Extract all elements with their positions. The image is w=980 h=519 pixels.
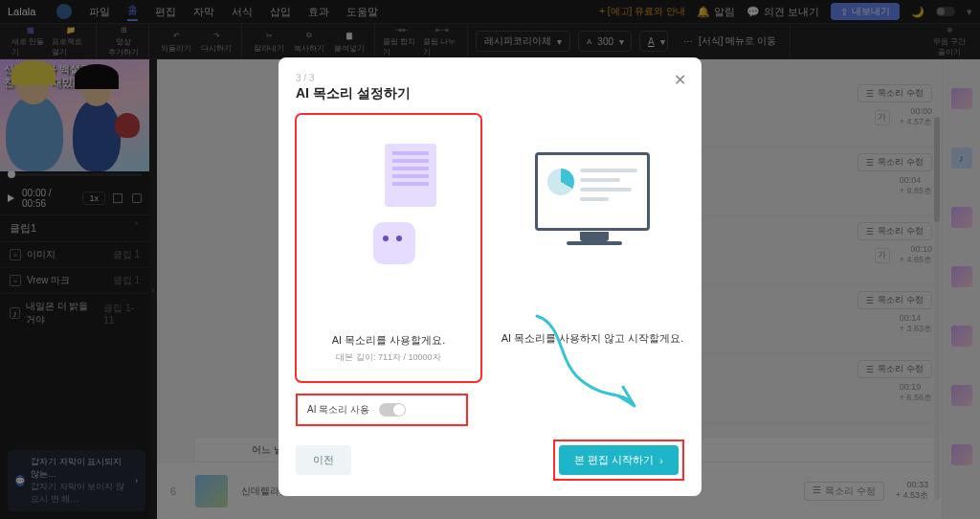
document-icon bbox=[385, 144, 436, 207]
ai-voice-toggle-box: AI 목소리 사용 bbox=[296, 394, 468, 426]
modal-overlay: 3 / 3 AI 목소리 설정하기 ✕ AI 목소리를 사용할게요. 대본 길이… bbox=[0, 0, 980, 519]
prev-button[interactable]: 이전 bbox=[296, 445, 351, 475]
start-editing-button[interactable]: 본 편집 시작하기› bbox=[559, 445, 679, 475]
card-subtitle: 대본 길이: 711자 / 10000자 bbox=[336, 351, 440, 364]
hand-drawn-arrow-icon bbox=[527, 306, 652, 421]
modal-footer: 이전 본 편집 시작하기› bbox=[296, 440, 684, 481]
toggle-label: AI 목소리 사용 bbox=[307, 403, 369, 417]
monitor-icon bbox=[535, 152, 650, 231]
lines-icon bbox=[580, 169, 637, 207]
close-icon[interactable]: ✕ bbox=[674, 71, 686, 89]
card-title: AI 목소리를 사용할게요. bbox=[332, 333, 446, 348]
ai-voice-modal: 3 / 3 AI 목소리 설정하기 ✕ AI 목소리를 사용할게요. 대본 길이… bbox=[278, 57, 702, 496]
modal-title: AI 목소리 설정하기 bbox=[296, 85, 684, 102]
step-indicator: 3 / 3 bbox=[296, 73, 684, 83]
card-use-ai-voice[interactable]: AI 목소리를 사용할게요. 대본 길이: 711자 / 10000자 bbox=[296, 114, 481, 382]
pie-chart-icon bbox=[547, 169, 574, 195]
ai-voice-toggle[interactable] bbox=[379, 403, 406, 417]
chevron-right-icon: › bbox=[659, 455, 663, 466]
robot-icon bbox=[373, 222, 415, 264]
